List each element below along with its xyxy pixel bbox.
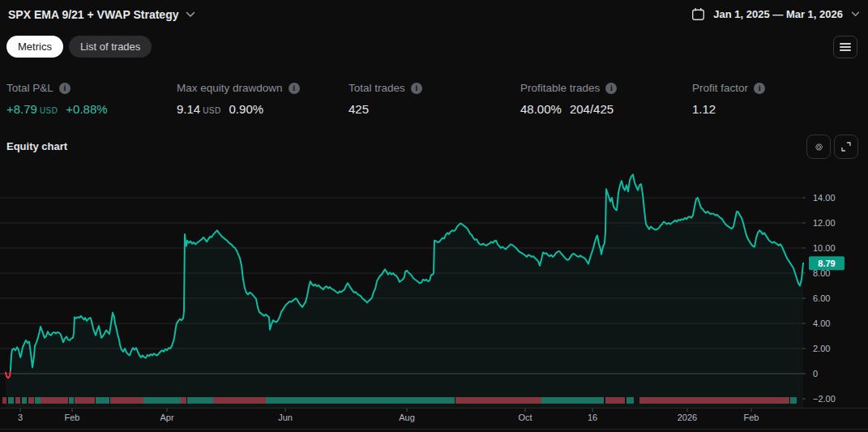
metric-label: Total P&L	[6, 82, 53, 94]
svg-text:−2.00: −2.00	[813, 394, 836, 404]
metric-value: 1.12	[692, 102, 716, 116]
svg-text:Apr: Apr	[160, 413, 173, 422]
tab-metrics[interactable]: Metrics	[6, 36, 63, 58]
info-icon[interactable]	[289, 83, 300, 94]
metric-extra: +0.88%	[66, 102, 107, 116]
svg-text:Jun: Jun	[278, 413, 293, 422]
metric-unit: USD	[40, 106, 58, 115]
strategy-title: SPX EMA 9/21 + VWAP Strategy	[8, 8, 178, 21]
svg-text:Oct: Oct	[518, 413, 532, 422]
svg-text:Feb: Feb	[65, 413, 80, 422]
metric-value: +8.79	[6, 102, 37, 116]
metric-value: 9.14	[177, 102, 200, 116]
metric-extra: 204/425	[570, 102, 614, 116]
metric-total-trades: Total trades 425	[348, 82, 422, 116]
date-range-picker[interactable]: Jan 1, 2025 — Mar 1, 2026	[691, 7, 860, 21]
metric-profit-factor: Profit factor 1.12	[692, 82, 765, 116]
strategy-tester-panel: { "header": { "title": "SPX EMA 9/21 + V…	[0, 0, 868, 432]
metric-profitable-trades: Profitable trades 48.00%204/425	[520, 82, 617, 116]
report-tabs: Metrics List of trades	[6, 36, 152, 58]
tab-list-of-trades[interactable]: List of trades	[69, 36, 152, 58]
metric-extra: 0.90%	[229, 102, 264, 116]
svg-text:4.00: 4.00	[813, 319, 830, 328]
metric-label: Profitable trades	[520, 82, 600, 94]
fullscreen-icon	[840, 140, 853, 153]
metric-value: 48.00%	[520, 102, 562, 116]
report-layout-button[interactable]	[833, 36, 857, 58]
metric-label: Profit factor	[692, 82, 748, 94]
svg-text:8.79: 8.79	[818, 259, 835, 268]
metric-label: Max equity drawdown	[177, 82, 283, 94]
metric-total-pnl: Total P&L +8.79USD+0.88%	[6, 82, 108, 116]
svg-text:Aug: Aug	[399, 413, 415, 422]
info-icon[interactable]	[59, 83, 71, 94]
metric-max-drawdown: Max equity drawdown 9.14USD0.90%	[177, 82, 300, 116]
equity-chart-svg[interactable]: 14.0012.0010.008.006.004.002.000−2.003Fe…	[0, 162, 868, 432]
svg-text:2.00: 2.00	[813, 344, 830, 353]
metric-value: 425	[348, 102, 369, 116]
chevron-down-icon	[851, 11, 860, 17]
svg-text:12.00: 12.00	[813, 218, 836, 228]
svg-text:0: 0	[813, 369, 818, 379]
calendar-icon	[691, 7, 705, 21]
svg-text:2026: 2026	[678, 413, 697, 422]
metric-label: Total trades	[348, 82, 405, 94]
chevron-down-icon	[186, 11, 195, 18]
info-icon[interactable]	[754, 83, 765, 94]
svg-text:6.00: 6.00	[813, 293, 830, 303]
chart-fullscreen-button[interactable]	[834, 135, 858, 159]
date-range-label: Jan 1, 2025 — Mar 1, 2026	[713, 8, 843, 20]
section-title: Equity chart	[6, 140, 67, 152]
info-icon[interactable]	[605, 83, 617, 94]
info-icon[interactable]	[411, 83, 422, 94]
strategy-selector[interactable]: SPX EMA 9/21 + VWAP Strategy	[8, 8, 195, 21]
svg-text:3: 3	[18, 413, 23, 422]
svg-text:10.00: 10.00	[813, 243, 836, 253]
metric-unit: USD	[203, 106, 220, 115]
svg-text:Feb: Feb	[744, 413, 759, 422]
svg-text:14.00: 14.00	[813, 193, 836, 203]
settings-nut-icon	[812, 140, 826, 154]
svg-text:16: 16	[588, 413, 597, 422]
chart-settings-button[interactable]	[806, 135, 831, 159]
